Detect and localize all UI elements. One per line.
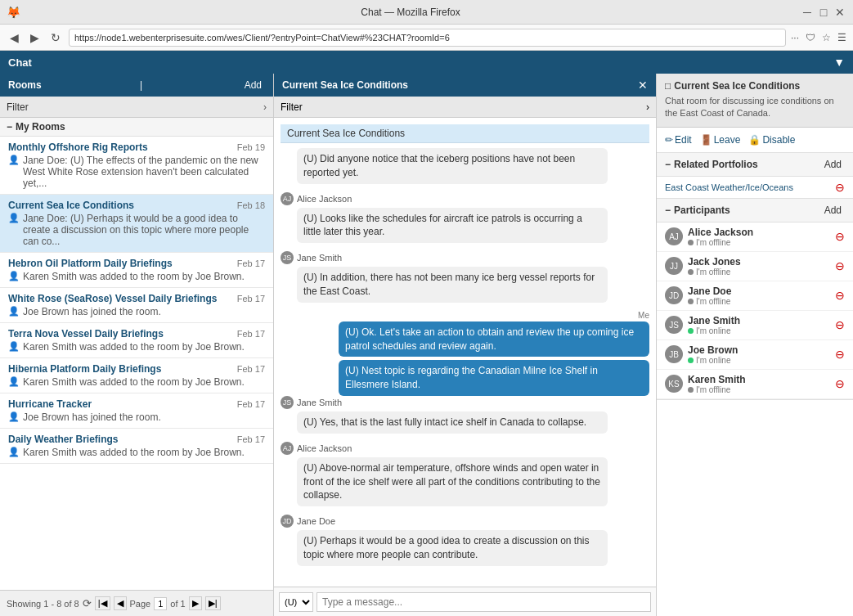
back-button[interactable]: ◀ — [7, 29, 22, 46]
collapse-icon[interactable]: □ — [665, 80, 671, 92]
room-item-header: Hurricane Tracker Feb 17 — [8, 398, 265, 410]
message-bubble: (U) Did anyone notice that the iceberg p… — [297, 148, 608, 184]
participant-avatar: JS — [665, 316, 683, 334]
minus-icon: − — [665, 159, 671, 170]
room-preview: 👤 Joe Brown has joined the room. — [8, 411, 265, 423]
shield-icon: 🛡 — [806, 32, 815, 43]
room-name: White Rose (SeaRose) Vessel Daily Briefi… — [8, 293, 217, 304]
room-preview: 👤 Jane Doe: (U) The effects of the pande… — [8, 155, 265, 189]
room-preview-text: Karen Smith was added to the room by Joe… — [23, 447, 245, 458]
remove-participant-button[interactable]: ⊖ — [835, 230, 845, 243]
avatar: JS — [281, 251, 294, 264]
message-type-select[interactable]: (U) — [279, 592, 313, 612]
room-item-header: White Rose (SeaRose) Vessel Daily Briefi… — [8, 293, 265, 304]
sender-name: Jane Smith — [297, 253, 342, 263]
room-item[interactable]: White Rose (SeaRose) Vessel Daily Briefi… — [0, 288, 273, 323]
message-group: JS Jane Smith (U) Yes, that is the last … — [281, 396, 649, 434]
page-input[interactable]: 1 — [154, 597, 167, 610]
browser-icons: ··· 🛡 ☆ ☰ — [791, 32, 846, 43]
leave-icon: 🚪 — [700, 134, 712, 146]
room-preview: 👤 Jane Doe: (U) Perhaps it would be a go… — [8, 213, 265, 247]
refresh-button[interactable]: ↻ — [47, 29, 64, 46]
avatar: AJ — [281, 192, 294, 205]
message-input[interactable] — [317, 592, 651, 612]
participant-name: Alice Jackson — [688, 227, 753, 238]
remove-participant-button[interactable]: ⊖ — [835, 318, 845, 331]
next-page-button[interactable]: ▶ — [189, 596, 202, 610]
avatar: JS — [281, 396, 294, 409]
last-page-button[interactable]: ▶| — [205, 596, 221, 610]
remove-participant-button[interactable]: ⊖ — [835, 259, 845, 272]
chat-header-title: Current Sea Ice Conditions — [282, 79, 408, 91]
filter-label: Filter — [7, 101, 29, 113]
filter-arrow[interactable]: › — [263, 101, 267, 113]
person-icon: 👤 — [8, 213, 20, 223]
participant-item: JD Jane Doe I'm offline ⊖ — [657, 281, 853, 311]
url-input[interactable] — [69, 29, 786, 47]
participant-status: I'm online — [688, 356, 738, 365]
room-item[interactable]: Terra Nova Vessel Daily Briefings Feb 17… — [0, 323, 273, 358]
address-bar: ◀ ▶ ↻ ··· 🛡 ☆ ☰ — [0, 25, 853, 51]
room-preview: 👤 Karen Smith was added to the room by J… — [8, 271, 265, 282]
participants-section: − Participants Add AJ Alice Jackson I'm … — [657, 199, 853, 400]
room-item[interactable]: Hurricane Tracker Feb 17 👤 Joe Brown has… — [0, 393, 273, 429]
participant-avatar: JD — [665, 286, 683, 304]
app-title: Chat — [8, 56, 32, 69]
remove-participant-button[interactable]: ⊖ — [835, 289, 845, 302]
participant-avatar: AJ — [665, 227, 683, 245]
message-sender: AJ Alice Jackson — [281, 192, 649, 205]
remove-participant-button[interactable]: ⊖ — [835, 377, 845, 390]
chat-close-button[interactable]: ✕ — [638, 79, 648, 92]
app-arrow[interactable]: ▼ — [833, 56, 845, 69]
room-item[interactable]: Daily Weather Briefings Feb 17 👤 Karen S… — [0, 429, 273, 464]
first-page-button[interactable]: |◀ — [95, 596, 110, 610]
room-item[interactable]: Monthly Offshore Rig Reports Feb 19 👤 Ja… — [0, 137, 273, 195]
participant-info: JJ Jack Jones I'm offline — [665, 256, 741, 277]
related-portfolios-header: − Related Portfolios Add — [657, 153, 853, 177]
remove-portfolio-button[interactable]: ⊖ — [835, 181, 845, 194]
portfolio-link[interactable]: East Coast Weather/Ice/Oceans — [665, 182, 793, 192]
chat-filter-arrow[interactable]: › — [646, 101, 649, 113]
add-room-button[interactable]: Add — [241, 78, 265, 92]
message-bubble: (U) Looks like the schedules for aircraf… — [297, 208, 608, 244]
room-item[interactable]: Hebron Oil Platform Daily Briefings Feb … — [0, 253, 273, 288]
person-icon: 👤 — [8, 341, 20, 352]
me-label: Me — [638, 311, 649, 320]
message-group: JS Jane Smith (U) In addition, there has… — [281, 251, 649, 303]
room-item[interactable]: Current Sea Ice Conditions Feb 18 👤 Jane… — [0, 195, 273, 253]
room-date: Feb 17 — [237, 434, 265, 444]
forward-button[interactable]: ▶ — [27, 29, 43, 46]
participant-name: Jane Doe — [688, 286, 731, 297]
disable-link[interactable]: 🔒 Disable — [748, 134, 795, 146]
edit-icon: ✏ — [665, 134, 673, 146]
window-controls: ─ □ ✕ — [801, 6, 846, 19]
participant-name: Jane Smith — [688, 315, 740, 326]
leave-link[interactable]: 🚪 Leave — [700, 134, 741, 146]
prev-page-button[interactable]: ◀ — [114, 596, 127, 610]
titlebar-left: 🦊 — [7, 6, 20, 19]
avatar: JD — [281, 515, 294, 528]
room-preview-text: Jane Doe: (U) The effects of the pandemi… — [23, 155, 265, 189]
add-portfolio-button[interactable]: Add — [821, 157, 845, 172]
message-bubble: (U) Above-normal air temperature, offsho… — [297, 457, 608, 506]
close-button[interactable]: ✕ — [833, 6, 846, 19]
participant-status: I'm offline — [688, 385, 746, 394]
participants-title: − Participants — [665, 205, 730, 216]
app-header: Chat ▼ — [0, 51, 853, 74]
edit-link[interactable]: ✏ Edit — [665, 134, 692, 146]
room-preview: 👤 Karen Smith was added to the room by J… — [8, 376, 265, 388]
participant-info: JS Jane Smith I'm online — [665, 315, 740, 335]
related-portfolios-section: − Related Portfolios Add East Coast Weat… — [657, 153, 853, 199]
remove-participant-button[interactable]: ⊖ — [835, 348, 845, 361]
participant-item: JS Jane Smith I'm online ⊖ — [657, 311, 853, 340]
room-item[interactable]: Hibernia Platform Daily Briefings Feb 17… — [0, 358, 273, 393]
chat-messages[interactable]: Current Sea Ice Conditions (U) Did anyon… — [274, 118, 656, 587]
refresh-icon[interactable]: ⟳ — [83, 597, 92, 609]
maximize-button[interactable]: □ — [817, 6, 830, 19]
room-name: Daily Weather Briefings — [8, 434, 118, 445]
minimize-button[interactable]: ─ — [801, 6, 814, 19]
add-participant-button[interactable]: Add — [821, 203, 845, 218]
person-icon: 👤 — [8, 271, 20, 281]
room-date: Feb 17 — [237, 364, 265, 374]
message-group: AJ Alice Jackson (U) Above-normal air te… — [281, 442, 649, 506]
